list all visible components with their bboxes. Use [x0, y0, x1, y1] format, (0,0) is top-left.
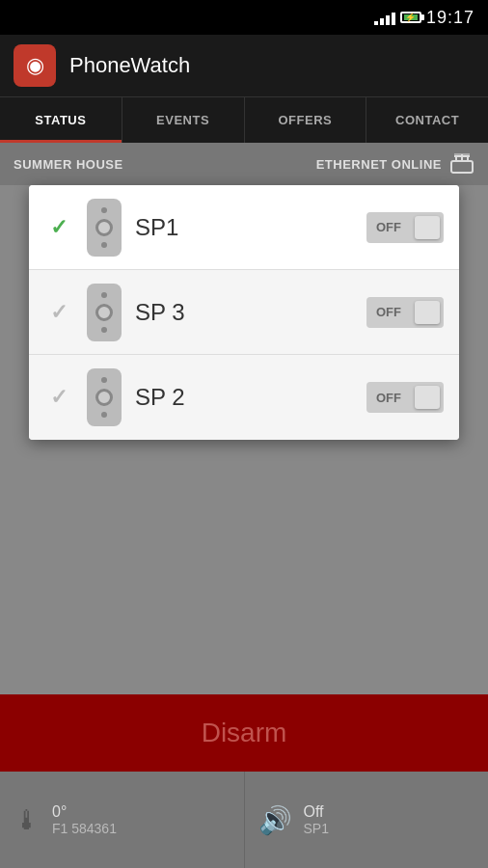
battery-icon: ⚡	[400, 12, 421, 23]
connection-label: ETHERNET ONLINE	[316, 157, 442, 172]
disarm-label: Disarm	[202, 718, 287, 748]
sp3-device-icon	[87, 284, 122, 341]
info-bar: 🌡 0° F1 584361 🔊 Off SP1	[0, 772, 488, 868]
sp-status-label: SP1	[304, 821, 329, 836]
sp3-check-icon: ✓	[44, 300, 73, 325]
sp1-check-icon: ✓	[44, 215, 73, 240]
sp-list-dialog: ✓ SP1 OFF ✓ SP 3 OFF	[29, 185, 459, 440]
sp2-toggle[interactable]: OFF	[366, 382, 444, 413]
nav-tabs: STATUS EVENTS OFFERS CONTACT	[0, 96, 488, 143]
app-header: ◉ PhoneWatch	[0, 35, 488, 96]
sp1-toggle-label: OFF	[376, 220, 401, 234]
disarm-button[interactable]: Disarm	[0, 694, 488, 772]
svg-rect-0	[451, 161, 473, 173]
temperature-value: 0°	[52, 803, 117, 821]
status-bar: ⚡ 19:17	[0, 0, 488, 35]
sp-row-sp2[interactable]: ✓ SP 2 OFF	[29, 355, 459, 440]
sp-status-icon: 🔊	[258, 804, 292, 836]
tab-offers[interactable]: OFFERS	[245, 97, 367, 143]
info-cell-temperature: 🌡 0° F1 584361	[0, 772, 245, 868]
ethernet-icon	[449, 153, 474, 175]
sp3-name: SP 3	[135, 299, 353, 326]
tab-status[interactable]: STATUS	[0, 97, 122, 143]
bottom-area: Disarm 🌡 0° F1 584361 🔊 Off SP1	[0, 694, 488, 868]
sp2-toggle-knob	[415, 386, 440, 409]
connection-status: ETHERNET ONLINE	[316, 153, 474, 175]
sp2-toggle-label: OFF	[376, 391, 401, 405]
status-time: 19:17	[426, 8, 474, 28]
location-bar: SUMMER HOUSE ETHERNET ONLINE	[0, 143, 488, 185]
info-cell-sp: 🔊 Off SP1	[245, 772, 489, 868]
content-area: SUMMER HOUSE ETHERNET ONLINE 🏠 ✓	[0, 143, 488, 868]
sp3-toggle-label: OFF	[376, 305, 401, 319]
sp1-toggle[interactable]: OFF	[366, 212, 444, 243]
thermometer-icon: 🌡	[14, 804, 41, 836]
temperature-label: F1 584361	[52, 821, 117, 836]
app-title: PhoneWatch	[69, 53, 190, 78]
sp2-name: SP 2	[135, 384, 353, 411]
sp1-name: SP1	[135, 214, 353, 241]
tab-events[interactable]: EVENTS	[122, 97, 245, 143]
status-bar-icons: ⚡ 19:17	[374, 8, 474, 28]
sp1-device-icon	[87, 199, 122, 257]
sp-row-sp1[interactable]: ✓ SP1 OFF	[29, 185, 459, 270]
tab-contact[interactable]: CONTACT	[366, 97, 488, 143]
sp2-device-icon	[87, 368, 122, 426]
phonewatch-logo-icon: ◉	[26, 53, 44, 78]
signal-icon	[374, 10, 395, 25]
sp3-toggle-knob	[415, 301, 440, 324]
location-text: SUMMER HOUSE	[14, 157, 123, 172]
sp3-toggle[interactable]: OFF	[366, 297, 444, 328]
app-logo: ◉	[14, 44, 56, 87]
sp-row-sp3[interactable]: ✓ SP 3 OFF	[29, 270, 459, 355]
sp2-check-icon: ✓	[44, 385, 73, 410]
sp1-toggle-knob	[415, 216, 440, 239]
sp-status-value: Off	[304, 803, 329, 821]
